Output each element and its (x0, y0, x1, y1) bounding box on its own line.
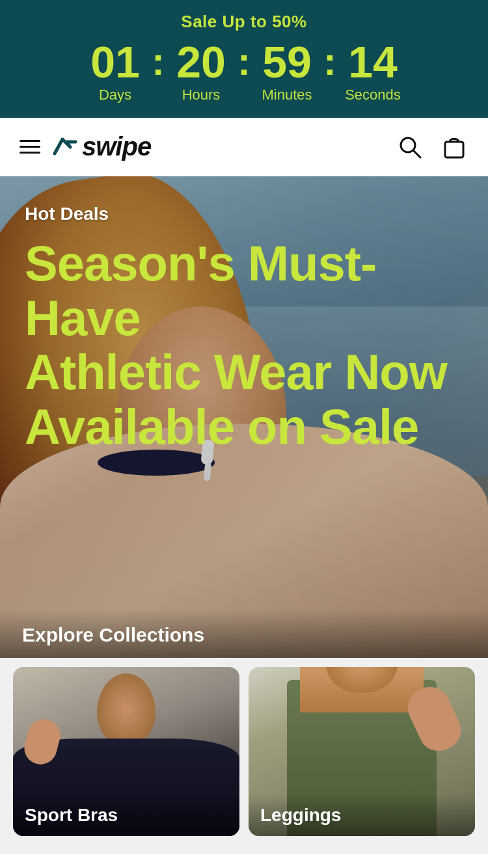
sport-bras-face (97, 673, 156, 745)
hot-deals-tag: Hot Deals (25, 204, 463, 224)
leggings-label-area: Leggings (249, 794, 475, 836)
hero-title: Season's Must-Have Athletic Wear Now Ava… (25, 236, 463, 454)
svg-line-1 (413, 150, 420, 157)
hero-bottom-label: Explore Collections (0, 610, 488, 658)
search-button[interactable] (396, 133, 424, 161)
explore-collections-heading: Explore Collections (22, 624, 204, 645)
hamburger-menu-button[interactable] (20, 140, 40, 154)
separator-3: : (319, 40, 340, 81)
leggings-label: Leggings (260, 805, 341, 825)
minutes-label: Minutes (262, 87, 312, 103)
hamburger-line-3 (20, 152, 40, 154)
logo-wordmark: swipe (82, 132, 151, 161)
hamburger-line-1 (20, 140, 40, 142)
collection-card-leggings[interactable]: Leggings (249, 667, 475, 836)
hours-label: Hours (182, 87, 221, 103)
countdown-row: 01 Days : 20 Hours : 59 Minutes : 14 Sec… (13, 40, 475, 103)
separator-2: : (234, 40, 254, 81)
hero-title-line1: Season's Must-Have (25, 236, 376, 346)
search-icon (396, 133, 424, 161)
logo-icon (52, 135, 78, 159)
days-label: Days (99, 87, 131, 103)
collections-grid: Sport Bras Leggings (0, 658, 488, 854)
countdown-minutes: 59 Minutes (254, 40, 319, 103)
header-right (396, 133, 468, 161)
header: swipe (0, 118, 488, 176)
collection-cards-row: Sport Bras Leggings (13, 667, 475, 836)
seconds-label: Seconds (345, 87, 401, 103)
svg-rect-2 (445, 142, 463, 157)
countdown-banner: Sale Up to 50% 01 Days : 20 Hours : 59 M… (0, 0, 488, 118)
hero-title-line3: Available on Sale (25, 399, 418, 454)
days-value: 01 (90, 40, 140, 84)
collection-card-sport-bras[interactable]: Sport Bras (13, 667, 239, 836)
hero-content: Hot Deals Season's Must-Have Athletic We… (0, 176, 488, 454)
countdown-seconds: 14 Seconds (340, 40, 405, 103)
hours-value: 20 (176, 40, 226, 84)
countdown-days: 01 Days (83, 40, 148, 103)
sport-bras-label: Sport Bras (25, 805, 118, 825)
separator-1: : (148, 40, 169, 81)
countdown-hours: 20 Hours (169, 40, 234, 103)
hamburger-line-2 (20, 146, 40, 148)
hero-section: Hot Deals Season's Must-Have Athletic We… (0, 176, 488, 658)
header-left: swipe (20, 132, 151, 161)
minutes-value: 59 (262, 40, 312, 84)
seconds-value: 14 (348, 40, 398, 84)
sale-text: Sale Up to 50% (13, 12, 475, 32)
cart-button[interactable] (440, 133, 468, 161)
hero-title-line2: Athletic Wear Now (25, 344, 447, 400)
cart-icon (440, 133, 468, 161)
logo-link[interactable]: swipe (52, 132, 151, 161)
sport-bras-label-area: Sport Bras (13, 794, 239, 836)
